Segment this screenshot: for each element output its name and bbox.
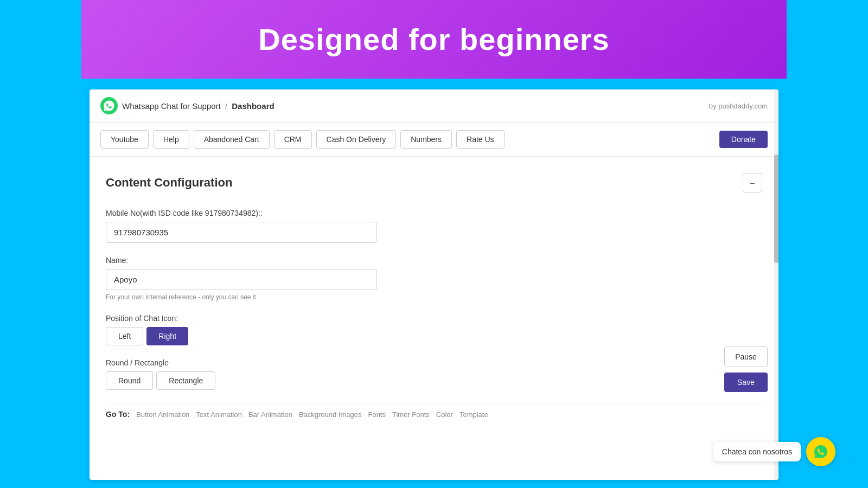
goto-background-images[interactable]: Background Images (299, 410, 362, 419)
nav-rate-us-button[interactable]: Rate Us (456, 130, 505, 149)
shape-btn-group: Round Rectangle (106, 371, 762, 390)
position-right-button[interactable]: Right (146, 327, 188, 345)
goto-label: Go To: (106, 410, 130, 419)
mobile-input[interactable] (106, 222, 377, 243)
side-actions: Pause Save (724, 346, 768, 392)
name-input[interactable] (106, 269, 377, 290)
name-form-group: Name: For your own internal reference - … (106, 256, 762, 301)
nav-bar: Youtube Help Abandoned Cart CRM Cash On … (90, 123, 778, 157)
hero-title: Designed for beginners (92, 22, 776, 57)
header-left: Whatsapp Chat for Support / Dashboard (100, 97, 275, 114)
position-form-group: Position of Chat Icon: Left Right (106, 314, 762, 345)
content-area: Content Configuration – Mobile No(with I… (90, 157, 778, 435)
scrollbar-thumb[interactable] (774, 155, 778, 263)
shape-form-group: Round / Rectangle Round Rectangle (106, 358, 762, 390)
by-label: by pushdaddy.com (709, 102, 768, 110)
app-header: Whatsapp Chat for Support / Dashboard by… (90, 89, 778, 123)
whatsapp-float-button[interactable] (806, 437, 835, 466)
name-label: Name: (106, 256, 762, 265)
breadcrumb: Whatsapp Chat for Support / Dashboard (122, 101, 275, 111)
current-page: Dashboard (232, 101, 274, 111)
goto-section: Go To: Button Animation Text Animation B… (106, 403, 762, 419)
app-name: Whatsapp Chat for Support (122, 101, 221, 111)
collapse-icon: – (750, 178, 755, 187)
whatsapp-tooltip: Chatea con nosotros (713, 442, 801, 461)
round-button[interactable]: Round (106, 371, 153, 390)
goto-fonts[interactable]: Fonts (368, 410, 386, 419)
position-btn-group: Left Right (106, 327, 762, 345)
breadcrumb-separator: / (225, 101, 229, 111)
rectangle-button[interactable]: Rectangle (156, 371, 215, 390)
whatsapp-float: Chatea con nosotros (713, 437, 835, 466)
pause-button[interactable]: Pause (724, 346, 768, 367)
goto-text-animation[interactable]: Text Animation (196, 410, 242, 419)
scrollbar-track (774, 89, 778, 480)
nav-numbers-button[interactable]: Numbers (400, 130, 452, 149)
donate-button[interactable]: Donate (719, 131, 768, 148)
shape-label: Round / Rectangle (106, 358, 762, 367)
whatsapp-float-icon (813, 444, 829, 460)
hero-banner: Designed for beginners (81, 0, 787, 79)
goto-bar-animation[interactable]: Bar Animation (248, 410, 292, 419)
name-hint: For your own internal reference - only y… (106, 293, 762, 301)
nav-youtube-button[interactable]: Youtube (100, 130, 149, 149)
nav-cash-on-delivery-button[interactable]: Cash On Delivery (316, 130, 397, 149)
app-container: Whatsapp Chat for Support / Dashboard by… (90, 89, 778, 480)
goto-timer-fonts[interactable]: Timer Fonts (392, 410, 430, 419)
position-label: Position of Chat Icon: (106, 314, 762, 323)
goto-template[interactable]: Template (459, 410, 488, 419)
mobile-label: Mobile No(with ISD code like 91798073498… (106, 209, 762, 217)
section-header: Content Configuration – (106, 173, 762, 192)
goto-button-animation[interactable]: Button Animation (136, 410, 189, 419)
position-left-button[interactable]: Left (106, 327, 143, 345)
whatsapp-logo-icon (100, 97, 118, 114)
goto-color[interactable]: Color (436, 410, 453, 419)
nav-abandoned-cart-button[interactable]: Abandoned Cart (194, 130, 270, 149)
section-title: Content Configuration (106, 176, 232, 190)
nav-crm-button[interactable]: CRM (274, 130, 312, 149)
nav-help-button[interactable]: Help (153, 130, 189, 149)
save-button[interactable]: Save (724, 373, 768, 392)
collapse-button[interactable]: – (743, 173, 762, 192)
mobile-form-group: Mobile No(with ISD code like 91798073498… (106, 209, 762, 243)
